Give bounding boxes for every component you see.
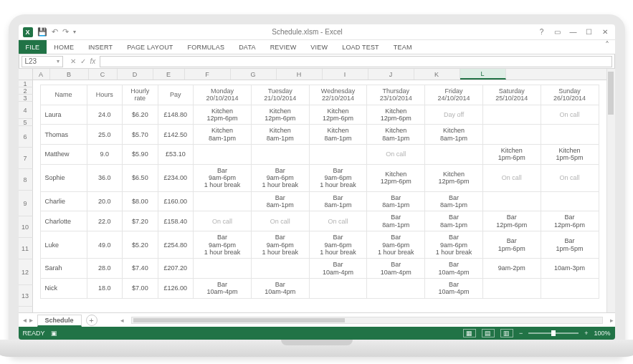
view-page-layout-icon[interactable]: ▤ [482, 329, 495, 337]
cell-shift[interactable]: Bar8am-1pm [309, 191, 367, 211]
cell-shift[interactable]: Bar8am-1pm [425, 211, 483, 231]
ribbon-options-icon[interactable]: ▭ [551, 27, 565, 38]
cell-name[interactable]: Laura [40, 105, 87, 125]
cell-shift[interactable]: Bar12pm-6pm [482, 211, 541, 231]
save-icon[interactable]: 💾 [37, 27, 47, 37]
cell-shift[interactable]: Bar9am-6pm1 hour break [309, 231, 367, 259]
cell-hours[interactable]: 36.0 [87, 164, 123, 191]
cell-name[interactable]: Charlotte [40, 211, 87, 231]
cell-pay[interactable]: £207.20 [158, 259, 194, 279]
cell-shift[interactable] [482, 125, 541, 145]
cell-rate[interactable]: $5.70 [123, 125, 158, 145]
cell-shift[interactable]: On call [482, 164, 541, 191]
sheet-tab-schedule[interactable]: Schedule [37, 315, 82, 327]
cell-shift[interactable]: Day off [425, 105, 483, 125]
column-header[interactable]: K [414, 69, 460, 80]
cell-pay[interactable]: £158.40 [158, 211, 194, 231]
cell-rate[interactable]: $5.90 [123, 145, 158, 165]
cell-name[interactable]: Luke [40, 231, 87, 259]
row-header[interactable]: 10 [19, 216, 33, 238]
cell-rate[interactable]: $7.00 [123, 278, 158, 298]
cell-shift[interactable]: Bar10am-4pm [367, 259, 425, 279]
cell-hours[interactable]: 9.0 [87, 145, 123, 165]
tab-data[interactable]: DATA [232, 40, 262, 54]
tab-insert[interactable]: INSERT [81, 40, 120, 54]
row-header[interactable]: 6 [19, 126, 33, 148]
cell-shift[interactable]: On call [309, 211, 367, 231]
cell-shift[interactable] [482, 278, 541, 298]
cell-shift[interactable]: Kitchen8am-1pm [194, 125, 252, 145]
collapse-ribbon-icon[interactable]: ˄ [599, 40, 615, 54]
cell-shift[interactable] [194, 259, 252, 279]
vertical-scroll-thumb[interactable] [608, 72, 614, 115]
cell-shift[interactable]: Kitchen1pm-6pm [482, 145, 541, 165]
cell-shift[interactable]: Bar8am-1pm [367, 191, 425, 211]
cell-rate[interactable]: $7.40 [123, 259, 158, 279]
row-header[interactable]: 7 [19, 148, 33, 169]
cell-hours[interactable]: 20.0 [87, 191, 123, 211]
formula-input[interactable] [100, 56, 611, 67]
cell-shift[interactable]: Kitchen12pm-6pm [367, 105, 425, 125]
cell-shift[interactable] [367, 278, 425, 298]
cell-shift[interactable]: Bar12pm-6pm [541, 211, 599, 231]
cell-shift[interactable] [541, 191, 599, 211]
cell-shift[interactable]: Bar9am-6pm1 hour break [251, 231, 309, 259]
minimize-icon[interactable]: — [566, 27, 581, 38]
zoom-slider[interactable] [528, 332, 579, 334]
zoom-slider-thumb[interactable] [551, 330, 556, 336]
row-header[interactable]: 1 [19, 80, 33, 87]
cell-shift[interactable] [482, 105, 541, 125]
cell-pay[interactable]: £148.80 [158, 105, 194, 125]
tab-review[interactable]: REVIEW [263, 40, 304, 54]
cell-pay[interactable]: £160.00 [158, 191, 194, 211]
tab-nav-next-icon[interactable]: ▸ [29, 316, 33, 324]
tab-team[interactable]: TEAM [386, 40, 419, 54]
cell-shift[interactable]: Kitchen8am-1pm [251, 125, 309, 145]
cell-shift[interactable]: Bar10am-4pm [425, 278, 483, 298]
cell-shift[interactable]: On call [541, 105, 599, 125]
cell-name[interactable]: Sophie [40, 164, 87, 191]
column-header[interactable]: F [185, 69, 231, 80]
cell-shift[interactable]: Kitchen8am-1pm [425, 125, 483, 145]
cell-shift[interactable]: Bar8am-1pm [367, 211, 425, 231]
tab-file[interactable]: FILE [19, 40, 47, 54]
cell-shift[interactable]: 9am-2pm [482, 259, 541, 279]
cell-hours[interactable]: 18.0 [87, 278, 123, 298]
cell-shift[interactable]: Kitchen12pm-6pm [309, 105, 367, 125]
select-all-corner[interactable] [19, 69, 33, 80]
cell-shift[interactable] [194, 145, 252, 165]
cell-shift[interactable]: Kitchen1pm-5pm [541, 145, 599, 165]
cell-shift[interactable]: Bar1pm-5pm [541, 231, 599, 259]
cell-shift[interactable]: 10am-3pm [541, 259, 599, 279]
zoom-out-icon[interactable]: − [519, 330, 523, 337]
tab-load-test[interactable]: LOAD TEST [335, 40, 386, 54]
cell-shift[interactable] [482, 191, 541, 211]
add-sheet-icon[interactable]: + [86, 315, 97, 326]
qat-dropdown-icon[interactable]: ▾ [73, 29, 76, 35]
cell-hours[interactable]: 49.0 [87, 231, 123, 259]
cell-hours[interactable]: 25.0 [87, 125, 123, 145]
cell-shift[interactable]: Kitchen12pm-6pm [251, 105, 309, 125]
row-header[interactable]: 5 [19, 119, 33, 126]
cell-shift[interactable]: Bar9am-6pm1 hour break [309, 164, 367, 191]
hscroll-right-icon[interactable]: ▸ [609, 317, 615, 324]
tab-view[interactable]: VIEW [303, 40, 335, 54]
cell-shift[interactable]: Bar8am-1pm [251, 191, 309, 211]
cell-shift[interactable]: Bar1pm-6pm [482, 231, 541, 259]
row-header[interactable]: 14 [19, 307, 33, 312]
cell-hours[interactable]: 22.0 [87, 211, 123, 231]
tab-formulas[interactable]: FORMULAS [181, 40, 232, 54]
cell-pay[interactable]: £142.50 [158, 125, 194, 145]
column-header[interactable]: I [323, 69, 368, 80]
cell-shift[interactable] [309, 145, 367, 165]
cell-rate[interactable]: $6.20 [123, 105, 158, 125]
maximize-icon[interactable]: ☐ [582, 27, 596, 38]
cell-shift[interactable] [541, 125, 599, 145]
cell-shift[interactable]: On call [194, 211, 252, 231]
cell-rate[interactable]: $8.00 [123, 191, 158, 211]
worksheet[interactable]: ABCDEFGHIJKL 1234567891011121314 NameHou… [19, 69, 606, 312]
redo-icon[interactable]: ↷ [62, 27, 69, 37]
row-header[interactable]: 11 [19, 238, 33, 259]
cell-shift[interactable]: On call [251, 211, 309, 231]
cell-name[interactable]: Thomas [40, 125, 87, 145]
